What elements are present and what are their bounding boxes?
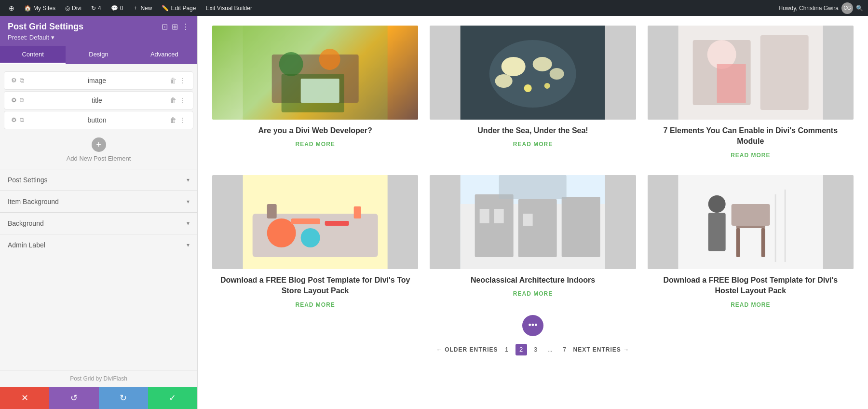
post-card-4[interactable]: Neoclassical Architecture Indoors READ M…: [430, 175, 636, 313]
drag-icon-title[interactable]: ⋮: [179, 96, 186, 104]
my-sites-menu[interactable]: 🏠 My Sites: [20, 0, 59, 16]
grid-icon[interactable]: ⊞: [172, 22, 178, 31]
copy-icon-title[interactable]: ⧉: [20, 96, 24, 104]
post-card-2[interactable]: 7 Elements You Can Enable in Divi's Comm…: [648, 26, 854, 164]
sidebar-header-icons: ⊡ ⊞ ⋮: [162, 22, 190, 31]
element-label-title: title: [28, 96, 166, 104]
post-readmore-5[interactable]: READ MORE: [648, 300, 854, 313]
post-title-4: Neoclassical Architecture Indoors: [430, 269, 636, 288]
undo-button[interactable]: ↺: [49, 387, 98, 409]
accordion-label-item-bg: Item Background: [8, 198, 59, 205]
svg-rect-32: [480, 209, 489, 223]
post-card-0[interactable]: Are you a Divi Web Developer? READ MORE: [212, 26, 418, 164]
svg-rect-23: [291, 218, 320, 224]
search-icon[interactable]: 🔍: [856, 5, 863, 12]
older-entries-link[interactable]: ← OLDER ENTRIES: [436, 346, 498, 353]
post-card-5[interactable]: Download a FREE Blog Post Template for D…: [648, 175, 854, 313]
drag-icon[interactable]: ⋮: [179, 77, 186, 84]
settings-icon-button[interactable]: ⚙: [11, 116, 17, 124]
svg-point-42: [708, 195, 725, 213]
accordion-header-bg[interactable]: Background ▾: [0, 213, 197, 234]
svg-point-9: [533, 57, 552, 71]
svg-point-13: [544, 83, 550, 89]
sidebar-tabs: Content Design Advanced: [0, 46, 197, 64]
new-menu[interactable]: ＋ New: [129, 0, 156, 16]
user-menu[interactable]: Howdy, Christina Gwira CG 🔍: [779, 2, 863, 14]
comment-count-menu[interactable]: 💬 0: [107, 0, 127, 16]
svg-rect-33: [494, 209, 504, 223]
post-readmore-4[interactable]: READ MORE: [430, 288, 636, 302]
accordion-label-admin: Admin Label: [8, 241, 45, 249]
divi-menu[interactable]: ◎ Divi: [61, 0, 85, 16]
settings-icon-title[interactable]: ⚙: [11, 96, 17, 104]
element-icons-title: ⚙ ⧉: [11, 96, 24, 104]
add-element-button[interactable]: + Add New Post Element: [0, 131, 197, 169]
edit-page-link[interactable]: ✏️ Edit Page: [158, 0, 200, 16]
post-card-3[interactable]: Download a FREE Blog Post Template for D…: [212, 175, 418, 313]
delete-icon-title[interactable]: 🗑: [170, 96, 176, 104]
svg-rect-34: [523, 214, 533, 226]
pagination-dots-button[interactable]: •••: [522, 315, 543, 336]
post-title-1: Under the Sea, Under the Sea!: [430, 120, 636, 139]
sidebar-content: ⚙ ⧉ image 🗑 ⋮ ⚙ ⧉ title 🗑 ⋮: [0, 64, 197, 370]
tab-design[interactable]: Design: [66, 46, 131, 64]
add-element-label: Add New Post Element: [67, 155, 131, 162]
sidebar-preset: Preset: Default ▾: [8, 34, 190, 41]
page-num-2[interactable]: 2: [515, 344, 527, 355]
post-readmore-2[interactable]: READ MORE: [648, 150, 854, 164]
element-actions: 🗑 ⋮: [170, 77, 186, 84]
svg-rect-25: [267, 204, 277, 218]
add-icon: +: [92, 137, 106, 152]
divi-icon: ◎: [65, 5, 70, 12]
page-num-7[interactable]: 7: [559, 344, 570, 355]
accordion-header-item-bg[interactable]: Item Background ▾: [0, 191, 197, 212]
svg-point-12: [524, 84, 532, 92]
settings-icon[interactable]: ⚙: [11, 77, 17, 84]
copy-icon[interactable]: ⧉: [20, 77, 24, 84]
save-button[interactable]: ✓: [148, 387, 197, 409]
next-entries-link[interactable]: NEXT ENTRIES →: [573, 346, 630, 353]
exit-builder-link[interactable]: Exit Visual Builder: [202, 0, 256, 16]
cancel-button[interactable]: ✕: [0, 387, 49, 409]
pagination-nav: ← OLDER ENTRIES 1 2 3 ... 7 NEXT ENTRIES…: [436, 344, 629, 355]
action-bar: ✕ ↺ ↻ ✓: [0, 387, 197, 409]
accordion-background: Background ▾: [0, 212, 197, 234]
post-image-2: [648, 26, 854, 120]
svg-point-10: [550, 68, 564, 80]
post-readmore-0[interactable]: READ MORE: [212, 139, 418, 152]
window-icon[interactable]: ⊡: [162, 22, 168, 31]
post-readmore-1[interactable]: READ MORE: [430, 139, 636, 152]
accordion-header-admin[interactable]: Admin Label ▾: [0, 234, 197, 256]
comments-menu[interactable]: ↻ 4: [87, 0, 105, 16]
page-num-1[interactable]: 1: [501, 344, 513, 355]
chevron-icon-admin: ▾: [187, 242, 190, 248]
svg-rect-18: [760, 35, 808, 110]
accordion-label-bg: Background: [8, 219, 44, 227]
redo-button[interactable]: ↻: [99, 387, 148, 409]
more-icon[interactable]: ⋮: [182, 22, 190, 31]
post-image-0: [212, 26, 418, 120]
element-label-button: button: [28, 116, 166, 124]
wp-logo[interactable]: ⊕: [5, 0, 18, 16]
copy-icon-button[interactable]: ⧉: [20, 116, 24, 124]
delete-icon-button[interactable]: 🗑: [170, 116, 176, 124]
svg-rect-24: [325, 221, 349, 226]
element-row-title: ⚙ ⧉ title 🗑 ⋮: [4, 91, 193, 109]
svg-rect-41: [761, 228, 765, 257]
refresh-icon: ↻: [91, 5, 96, 12]
element-icons-button: ⚙ ⧉: [11, 116, 24, 124]
accordion-header-post-settings[interactable]: Post Settings ▾: [0, 169, 197, 191]
delete-icon[interactable]: 🗑: [170, 77, 176, 84]
wp-admin-bar: ⊕ 🏠 My Sites ◎ Divi ↻ 4 💬 0 ＋ New ✏️ Edi…: [0, 0, 868, 16]
post-card-1[interactable]: Under the Sea, Under the Sea! READ MORE: [430, 26, 636, 164]
tab-advanced[interactable]: Advanced: [132, 46, 197, 64]
tab-content[interactable]: Content: [0, 46, 66, 64]
pagination: ••• ← OLDER ENTRIES 1 2 3 ... 7 NEXT ENT…: [212, 325, 854, 365]
drag-icon-button[interactable]: ⋮: [179, 116, 186, 124]
svg-rect-45: [784, 190, 786, 262]
sidebar-header: Post Grid Settings ⊡ ⊞ ⋮ Preset: Default…: [0, 16, 197, 46]
post-title-3: Download a FREE Blog Post Template for D…: [212, 269, 418, 300]
page-num-3[interactable]: 3: [530, 344, 542, 355]
post-readmore-3[interactable]: READ MORE: [212, 300, 418, 313]
post-title-5: Download a FREE Blog Post Template for D…: [648, 269, 854, 300]
